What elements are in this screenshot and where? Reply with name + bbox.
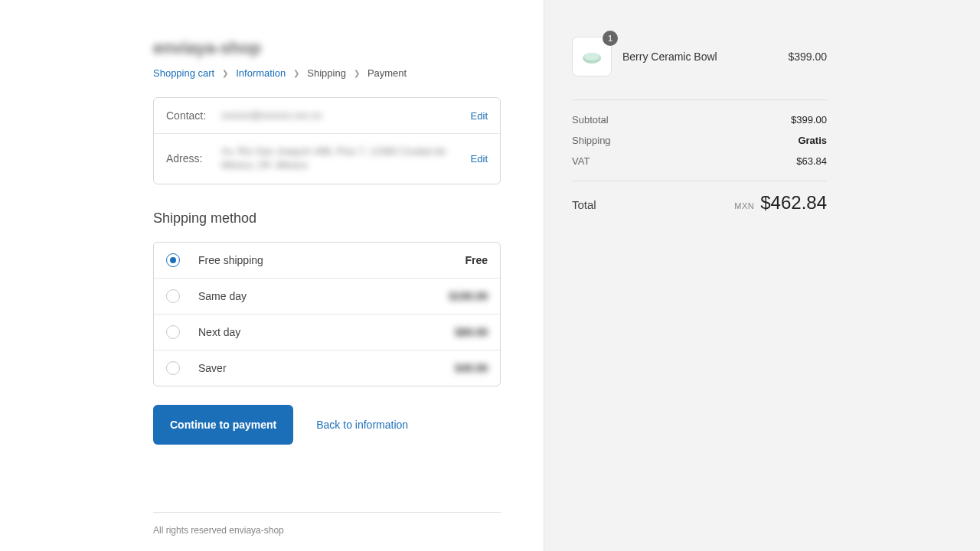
shipping-option-price: $199.99	[445, 290, 488, 302]
shipping-method-title: Shipping method	[153, 210, 501, 227]
radio-icon	[166, 253, 180, 267]
subtotal-label: Subtotal	[572, 114, 609, 126]
shipping-option-price: Free	[445, 254, 488, 266]
breadcrumb: Shopping cart ❯ Information ❯ Shipping ❯…	[153, 67, 501, 79]
divider	[572, 181, 827, 181]
total-label: Total	[572, 198, 596, 211]
product-name: Berry Ceramic Bowl	[612, 51, 788, 63]
address-label: Adress:	[166, 152, 218, 165]
subtotal-value: $399.00	[791, 114, 827, 126]
currency-code: MXN	[734, 201, 754, 210]
total-value: $462.84	[760, 192, 827, 214]
svg-point-1	[584, 53, 599, 60]
shipping-cost-label: Shipping	[572, 135, 611, 146]
vat-value: $63.84	[796, 155, 827, 167]
shipping-option-price: $89.99	[445, 326, 488, 338]
continue-button[interactable]: Continue to payment	[153, 405, 293, 445]
shipping-option-saver[interactable]: Saver $49.99	[154, 350, 500, 386]
breadcrumb-shipping: Shipping	[307, 67, 346, 79]
shipping-option-same-day[interactable]: Same day $199.99	[154, 278, 500, 314]
shipping-option-label: Next day	[198, 326, 445, 338]
product-price: $399.00	[788, 51, 827, 63]
shipping-options: Free shipping Free Same day $199.99 Next…	[153, 242, 501, 386]
vat-label: VAT	[572, 155, 590, 167]
shipping-option-next-day[interactable]: Next day $89.99	[154, 314, 500, 350]
divider	[572, 99, 827, 100]
breadcrumb-payment: Payment	[368, 67, 407, 79]
back-link[interactable]: Back to information	[316, 419, 408, 431]
chevron-right-icon: ❯	[222, 69, 228, 77]
shipping-option-label: Free shipping	[198, 254, 445, 266]
shipping-option-label: Same day	[198, 290, 445, 302]
contact-value: xxxxxx@xxxxxx.xxx.xx	[218, 109, 471, 122]
quantity-badge: 1	[603, 31, 618, 46]
chevron-right-icon: ❯	[354, 69, 360, 77]
shipping-cost-value: Gratis	[798, 135, 827, 146]
chevron-right-icon: ❯	[293, 69, 299, 77]
shipping-option-label: Saver	[198, 362, 445, 374]
edit-contact-link[interactable]: Edit	[471, 110, 488, 122]
edit-address-link[interactable]: Edit	[471, 153, 488, 165]
radio-icon	[166, 325, 180, 339]
shipping-option-price: $49.99	[445, 362, 488, 374]
footer-text: All rights reserved enviaya-shop	[153, 512, 501, 536]
radio-icon	[166, 361, 180, 375]
contact-label: Contact:	[166, 109, 218, 122]
shipping-option-free[interactable]: Free shipping Free	[154, 243, 500, 278]
address-value: Av. Río San Joaquín 498, Piso 7, 11560 C…	[218, 145, 471, 172]
breadcrumb-information[interactable]: Information	[236, 67, 286, 79]
order-summary: 1 Berry Ceramic Bowl $399.00 Subtotal $3…	[544, 0, 980, 551]
breadcrumb-cart[interactable]: Shopping cart	[153, 67, 214, 79]
summary-card: Contact: xxxxxx@xxxxxx.xxx.xx Edit Adres…	[153, 97, 501, 184]
store-logo: enviaya-shop	[153, 38, 501, 58]
radio-icon	[166, 289, 180, 303]
cart-item: 1 Berry Ceramic Bowl $399.00	[572, 37, 827, 77]
